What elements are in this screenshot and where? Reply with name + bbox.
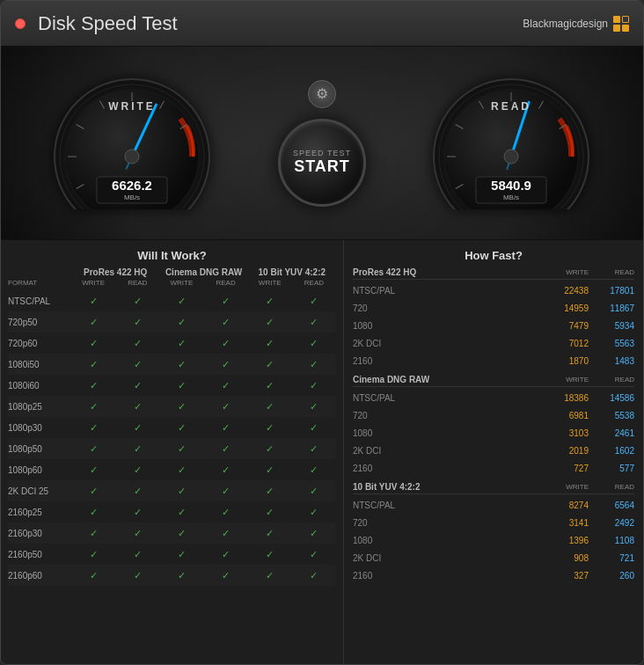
wiw-check-cell: ✓ <box>248 507 292 518</box>
wiw-check-cell: ✓ <box>71 422 115 434</box>
hf-row-label: 720 <box>353 411 543 420</box>
brand-icon <box>613 16 629 32</box>
will-it-work-title: Will It Work? <box>8 249 336 262</box>
hf-read-value: 2492 <box>589 518 634 528</box>
wiw-check-cell: ✓ <box>71 570 115 581</box>
wiw-check-cell: ✓ <box>159 359 203 370</box>
wiw-check-cell: ✓ <box>115 422 159 434</box>
wiw-check-cell: ✓ <box>71 338 115 349</box>
hf-read-header: READ <box>589 376 634 384</box>
wiw-row: 1080p25✓✓✓✓✓✓ <box>8 396 336 417</box>
hf-read-value: 721 <box>589 553 634 563</box>
hf-read-value: 5538 <box>589 411 634 420</box>
settings-button[interactable]: ⚙ <box>308 80 336 108</box>
hf-section-name: 10 Bit YUV 4:2:2 <box>353 482 543 492</box>
wiw-check-cell: ✓ <box>292 317 336 328</box>
hf-read-header: READ <box>589 483 634 491</box>
write-gauge-svg: 6626.2 MB/s WRITE <box>51 73 214 209</box>
wiw-check-cell: ✓ <box>292 296 336 307</box>
hf-section-name: Cinema DNG RAW <box>353 375 543 384</box>
close-button[interactable] <box>15 18 26 29</box>
wiw-sub-6: READ <box>292 279 336 287</box>
wiw-check-cell: ✓ <box>159 422 203 434</box>
wiw-row: 1080i60✓✓✓✓✓✓ <box>8 375 336 396</box>
wiw-check-cell: ✓ <box>204 359 248 370</box>
wiw-check-cell: ✓ <box>292 401 336 413</box>
hf-write-value: 22438 <box>543 286 589 296</box>
hf-read-value: 260 <box>589 571 634 581</box>
wiw-rows-container: NTSC/PAL✓✓✓✓✓✓720p50✓✓✓✓✓✓720p60✓✓✓✓✓✓10… <box>8 290 336 586</box>
read-gauge: 5840.9 MB/s READ <box>430 73 593 213</box>
read-gauge-svg-wrap: 5840.9 MB/s READ <box>430 73 593 213</box>
hf-write-value: 1870 <box>543 356 589 366</box>
wiw-row: NTSC/PAL✓✓✓✓✓✓ <box>8 290 336 311</box>
start-button[interactable]: SPEED TEST START <box>278 119 366 207</box>
svg-text:6626.2: 6626.2 <box>112 178 152 193</box>
hf-data-row: 108031032461 <box>353 424 634 442</box>
wiw-check-cell: ✓ <box>71 317 115 328</box>
wiw-check-cell: ✓ <box>248 528 292 539</box>
wiw-row-label: 2160p60 <box>8 571 71 581</box>
wiw-check-cell: ✓ <box>248 443 292 455</box>
wiw-check-cell: ✓ <box>115 401 159 413</box>
brand-sq-3 <box>613 25 620 32</box>
wiw-check-cell: ✓ <box>292 380 336 391</box>
brand-sq-4 <box>622 25 629 32</box>
wiw-sub-headers: FORMAT WRITE READ WRITE READ WRITE READ <box>8 279 336 287</box>
hf-section-header: ProRes 422 HQWRITEREAD <box>353 267 634 280</box>
hf-data-row: 72069815538 <box>353 406 634 424</box>
wiw-sub-5: WRITE <box>248 279 292 287</box>
wiw-check-cell: ✓ <box>204 549 248 560</box>
wiw-check-cell: ✓ <box>292 464 336 476</box>
hf-row-label: 2160 <box>353 464 543 473</box>
wiw-row-label: 720p60 <box>8 339 71 348</box>
hf-write-value: 3141 <box>543 518 589 528</box>
svg-point-12 <box>125 150 139 164</box>
wiw-check-cell: ✓ <box>204 486 248 497</box>
wiw-check-cell: ✓ <box>248 338 292 349</box>
hf-read-value: 2461 <box>589 428 634 438</box>
wiw-check-cell: ✓ <box>292 486 336 497</box>
wiw-check-cell: ✓ <box>204 528 248 539</box>
brand-sq-2 <box>622 16 629 23</box>
hf-section: ProRes 422 HQWRITEREADNTSC/PAL2243817801… <box>353 267 634 369</box>
hf-section: Cinema DNG RAWWRITEREADNTSC/PAL183861458… <box>353 375 634 477</box>
hf-data-row: NTSC/PAL82746564 <box>353 496 634 514</box>
hf-read-value: 577 <box>589 464 634 473</box>
hf-read-value: 11867 <box>589 303 634 313</box>
wiw-row-label: 720p50 <box>8 318 71 327</box>
wiw-check-cell: ✓ <box>204 296 248 307</box>
hf-write-header: WRITE <box>543 268 589 276</box>
wiw-check-cell: ✓ <box>248 486 292 497</box>
hf-data-row: 7201495911867 <box>353 299 634 317</box>
wiw-check-cell: ✓ <box>159 338 203 349</box>
svg-text:5840.9: 5840.9 <box>491 178 531 193</box>
wiw-check-cell: ✓ <box>204 507 248 518</box>
wiw-row: 720p50✓✓✓✓✓✓ <box>8 311 336 332</box>
brand-sq-1 <box>613 16 620 23</box>
wiw-check-cell: ✓ <box>248 422 292 434</box>
wiw-check-cell: ✓ <box>292 507 336 518</box>
brand-name: Blackmagicdesign <box>523 18 608 30</box>
hf-read-value: 6564 <box>589 501 634 510</box>
wiw-row: 1080i50✓✓✓✓✓✓ <box>8 354 336 375</box>
wiw-check-cell: ✓ <box>71 296 115 307</box>
write-gauge: 6626.2 MB/s WRITE <box>51 73 214 213</box>
hf-write-value: 1396 <box>543 536 589 545</box>
hf-row-label: 2160 <box>353 571 543 581</box>
hf-write-value: 7479 <box>543 321 589 331</box>
wiw-row: 2160p50✓✓✓✓✓✓ <box>8 544 336 565</box>
hf-read-value: 1602 <box>589 446 634 456</box>
svg-point-29 <box>504 150 518 164</box>
hf-write-value: 8274 <box>543 501 589 510</box>
hf-data-row: 2160727577 <box>353 459 634 477</box>
wiw-check-cell: ✓ <box>115 528 159 539</box>
hf-write-value: 908 <box>543 553 589 563</box>
wiw-row-label: NTSC/PAL <box>8 296 71 306</box>
wiw-check-cell: ✓ <box>159 486 203 497</box>
hf-row-label: 720 <box>353 303 543 313</box>
center-control: ⚙ SPEED TEST START <box>278 80 366 207</box>
wiw-sub-3: WRITE <box>159 279 203 287</box>
hf-write-header: WRITE <box>543 483 589 491</box>
hf-sections-container: ProRes 422 HQWRITEREADNTSC/PAL2243817801… <box>353 267 634 584</box>
